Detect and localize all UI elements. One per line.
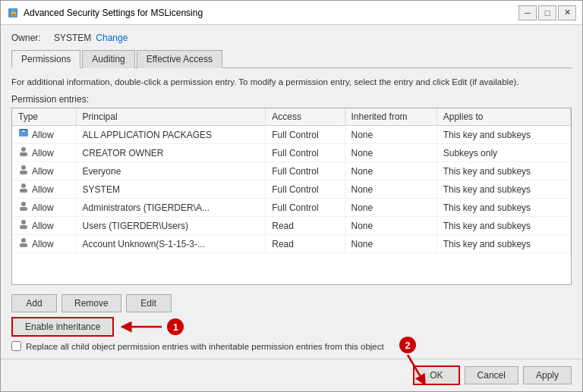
access-cell: Read xyxy=(266,235,345,253)
title-buttons: ─ □ ✕ xyxy=(518,5,576,20)
table-row[interactable]: AllowCREATOR OWNERFull ControlNoneSubkey… xyxy=(12,144,571,162)
svg-rect-8 xyxy=(20,171,27,174)
inherited-from-cell: None xyxy=(345,162,436,180)
tab-auditing[interactable]: Auditing xyxy=(82,50,134,68)
applies-to-cell: This key and subkeys xyxy=(436,199,570,217)
arrow-2-svg xyxy=(385,353,430,384)
user-icon xyxy=(18,146,29,159)
info-text: For additional information, double-click… xyxy=(11,76,572,88)
title-bar: 🔒 Advanced Security Settings for MSLicen… xyxy=(1,1,582,25)
type-label: Allow xyxy=(32,202,54,213)
cancel-button[interactable]: Cancel xyxy=(465,366,518,384)
annotation-circle-1: 1 xyxy=(167,318,184,335)
permission-entries-label: Permission entries: xyxy=(11,94,572,105)
table-row[interactable]: AllowUsers (TIGERDER\Users)ReadNoneThis … xyxy=(12,217,571,235)
owner-value: SYSTEM xyxy=(54,33,91,43)
svg-rect-6 xyxy=(20,152,27,156)
table-row[interactable]: AllowAdministrators (TIGERDER\A...Full C… xyxy=(12,199,571,217)
main-window: 🔒 Advanced Security Settings for MSLicen… xyxy=(0,0,583,392)
footer: 2 OK Cancel Apply xyxy=(1,359,582,391)
edit-button[interactable]: Edit xyxy=(126,294,172,312)
inherited-from-cell: None xyxy=(345,235,436,253)
access-cell: Full Control xyxy=(266,144,345,162)
table-row[interactable]: AllowSYSTEMFull ControlNoneThis key and … xyxy=(12,180,571,199)
permission-table-wrapper[interactable]: Type Principal Access Inherited from App… xyxy=(11,108,572,285)
owner-label: Owner: xyxy=(11,33,49,43)
type-label: Allow xyxy=(32,166,54,177)
replace-permissions-checkbox[interactable] xyxy=(11,341,21,351)
annotation-circle-2: 2 xyxy=(399,337,416,353)
type-label: Allow xyxy=(32,221,54,231)
tabs-container: Permissions Auditing Effective Access xyxy=(11,49,572,68)
principal-cell: ALL APPLICATION PACKAGES xyxy=(76,126,266,144)
svg-point-9 xyxy=(21,183,26,188)
checkbox-row: Replace all child object permission entr… xyxy=(11,341,572,351)
applies-to-cell: This key and subkeys xyxy=(436,217,570,235)
access-cell: Read xyxy=(266,217,345,235)
applies-to-cell: This key and subkeys xyxy=(436,162,570,180)
inherited-from-cell: None xyxy=(345,180,436,199)
permission-table: Type Principal Access Inherited from App… xyxy=(12,108,571,253)
inherit-row: Enable inheritance 1 xyxy=(11,317,572,337)
enable-inheritance-button[interactable]: Enable inheritance xyxy=(11,317,114,337)
package-icon xyxy=(18,128,29,141)
svg-point-5 xyxy=(21,147,26,152)
principal-cell: Account Unknown(S-1-15-3-... xyxy=(76,235,266,253)
principal-cell: SYSTEM xyxy=(76,180,266,199)
main-content: Owner: SYSTEM Change Permissions Auditin… xyxy=(1,25,582,359)
access-cell: Full Control xyxy=(266,126,345,144)
bottom-area: Add Remove Edit Enable inheritance xyxy=(11,291,572,351)
user-icon xyxy=(18,237,29,250)
window-title: Advanced Security Settings for MSLicensi… xyxy=(24,8,203,18)
inherited-from-cell: None xyxy=(345,199,436,217)
inherited-from-cell: None xyxy=(345,126,436,144)
svg-point-11 xyxy=(21,202,26,206)
close-button[interactable]: ✕ xyxy=(558,5,576,20)
applies-to-cell: This key and subkeys xyxy=(436,235,570,253)
user-icon xyxy=(18,219,29,232)
principal-cell: Administrators (TIGERDER\A... xyxy=(76,199,266,217)
access-cell: Full Control xyxy=(266,180,345,199)
svg-rect-14 xyxy=(20,225,27,229)
user-icon xyxy=(18,165,29,177)
svg-point-13 xyxy=(21,220,26,224)
table-row[interactable]: AllowEveryoneFull ControlNoneThis key an… xyxy=(12,162,571,180)
table-row[interactable]: AllowAccount Unknown(S-1-15-3-...ReadNon… xyxy=(12,235,571,253)
minimize-button[interactable]: ─ xyxy=(518,5,537,20)
svg-point-15 xyxy=(21,238,26,243)
owner-row: Owner: SYSTEM Change xyxy=(11,33,572,43)
window-icon: 🔒 xyxy=(7,7,19,19)
svg-point-7 xyxy=(21,165,26,170)
tab-effective-access[interactable]: Effective Access xyxy=(137,50,222,68)
principal-cell: Everyone xyxy=(76,162,266,180)
maximize-button[interactable]: □ xyxy=(538,5,556,20)
add-button[interactable]: Add xyxy=(11,294,57,312)
type-label: Allow xyxy=(32,148,54,158)
col-type: Type xyxy=(12,108,76,126)
remove-button[interactable]: Remove xyxy=(61,294,121,312)
access-cell: Full Control xyxy=(266,199,345,217)
user-icon xyxy=(18,183,29,196)
col-applies-to: Applies to xyxy=(436,108,570,126)
type-label: Allow xyxy=(32,184,54,195)
tab-permissions[interactable]: Permissions xyxy=(11,50,80,68)
type-label: Allow xyxy=(32,239,54,249)
table-row[interactable]: AllowALL APPLICATION PACKAGESFull Contro… xyxy=(12,126,571,144)
principal-cell: CREATOR OWNER xyxy=(76,144,266,162)
svg-rect-16 xyxy=(20,243,27,247)
applies-to-cell: Subkeys only xyxy=(436,144,570,162)
principal-cell: Users (TIGERDER\Users) xyxy=(76,217,266,235)
svg-rect-4 xyxy=(22,130,25,132)
title-bar-left: 🔒 Advanced Security Settings for MSLicen… xyxy=(7,7,203,19)
svg-line-20 xyxy=(408,355,423,381)
applies-to-cell: This key and subkeys xyxy=(436,126,570,144)
inherited-from-cell: None xyxy=(345,144,436,162)
annotation-2-area: 2 xyxy=(385,337,430,384)
svg-rect-12 xyxy=(20,207,27,211)
col-access: Access xyxy=(266,108,345,126)
owner-change-link[interactable]: Change xyxy=(96,33,128,43)
type-label: Allow xyxy=(32,130,54,140)
inherited-from-cell: None xyxy=(345,217,436,235)
arrow-1-svg xyxy=(120,319,165,334)
apply-button[interactable]: Apply xyxy=(523,366,572,384)
